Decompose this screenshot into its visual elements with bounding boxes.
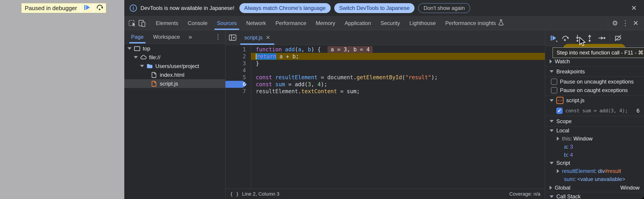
line-number[interactable]: 7 — [226, 88, 251, 95]
html-file-icon — [151, 72, 158, 78]
expand-arrow-icon[interactable] — [128, 47, 132, 50]
code-line-6-breakpoint: 6 const sum = add(3, 4); — [226, 81, 545, 88]
scope-entry-this[interactable]: this: Window — [545, 135, 644, 143]
resume-script-button[interactable] — [81, 3, 93, 13]
scope-local-header[interactable]: Local — [545, 126, 644, 135]
sidebar-tab-workspace[interactable]: Workspace — [152, 30, 181, 44]
breakpoint-entry-row[interactable]: const sum = add(3, 4); 6 — [545, 105, 644, 116]
breakpoints-section-header[interactable]: Breakpoints — [545, 67, 644, 77]
frame-icon — [134, 45, 140, 52]
panel-tabs: Elements Console Sources Network Perform… — [151, 16, 509, 30]
line-number[interactable]: 2 — [226, 53, 251, 60]
tab-console[interactable]: Console — [183, 16, 212, 30]
tab-performance[interactable]: Performance — [271, 16, 311, 30]
scope-entry-sum[interactable]: sum: <value unavailable> — [545, 175, 644, 183]
tab-network[interactable]: Network — [242, 16, 271, 30]
always-match-language-button[interactable]: Always match Chrome's language — [240, 3, 331, 13]
step-into-tooltip: Step into next function call - F11 - ⌘ ; — [552, 47, 644, 58]
breakpoint-file-group[interactable]: ‹› script.js — [545, 95, 644, 105]
tab-security[interactable]: Security — [376, 16, 405, 30]
sidebar-nav: Page Workspace » ⋮ — [124, 30, 225, 44]
line-number[interactable]: 3 — [226, 60, 251, 67]
sources-sidebar: Page Workspace » ⋮ top — [124, 30, 226, 199]
step-button[interactable] — [596, 33, 607, 44]
settings-gear-button[interactable]: ⚙ — [610, 16, 620, 30]
code-area[interactable]: 1 function add(a, b) {a = 3, b = 4 2 ret… — [226, 45, 545, 189]
mouse-cursor — [579, 37, 588, 48]
editor-tab-close-icon[interactable]: ✕ — [266, 35, 270, 41]
tab-memory[interactable]: Memory — [311, 16, 340, 30]
expand-arrow-icon — [550, 129, 554, 132]
line-number[interactable]: 4 — [226, 67, 251, 74]
pause-uncaught-exceptions-row[interactable]: Pause on uncaught exceptions — [545, 77, 644, 86]
call-stack-section-header[interactable]: Call Stack — [545, 192, 644, 199]
scope-entry-a[interactable]: a: 3 — [545, 143, 644, 151]
code-line-4: 4 — [226, 67, 545, 74]
selected-token: return — [257, 53, 276, 60]
expand-arrow-icon[interactable] — [557, 169, 559, 173]
info-icon: i — [130, 5, 137, 12]
pause-caught-exceptions-row[interactable]: Pause on caught exceptions — [545, 86, 644, 95]
code-line-2-paused: 2 return a + b; — [226, 53, 545, 60]
pretty-print-button[interactable]: { } — [230, 191, 239, 197]
tab-sources[interactable]: Sources — [212, 16, 242, 30]
expand-arrow-icon[interactable] — [140, 65, 144, 67]
line-number[interactable]: 5 — [226, 74, 251, 81]
tab-performance-insights[interactable]: Performance insights — [440, 16, 509, 30]
scope-entry-b[interactable]: b: 4 — [545, 151, 644, 159]
coverage-status: Coverage: n/a — [509, 191, 540, 197]
deactivate-breakpoints-button[interactable] — [613, 33, 624, 44]
step-over-button[interactable] — [560, 33, 571, 44]
debugger-toolbar — [545, 30, 644, 46]
debugger-panel: Step into next function call - F11 - ⌘ ;… — [545, 30, 644, 199]
tree-item-script-js[interactable]: script.js — [124, 79, 225, 88]
tree-item-file-origin[interactable]: file:// — [124, 53, 225, 62]
tree-item-top-frame[interactable]: top — [124, 44, 225, 53]
editor-tabstrip: script.js ✕ — [226, 30, 545, 45]
devtools-screenshot: Paused in debugger i DevTo — [0, 0, 644, 199]
sidebar-tab-page[interactable]: Page — [130, 30, 144, 44]
line-number[interactable]: 1 — [226, 46, 251, 53]
folder-icon — [146, 63, 153, 70]
dont-show-again-button[interactable]: Don't show again — [418, 3, 470, 13]
scope-script-header[interactable]: Script — [545, 159, 644, 167]
expand-arrow-icon[interactable] — [557, 137, 559, 141]
infobar-message: DevTools is now available in Japanese! — [140, 5, 234, 11]
step-over-banner-button[interactable] — [94, 3, 106, 13]
paused-banner-label: Paused in debugger — [22, 3, 80, 13]
tab-elements[interactable]: Elements — [151, 16, 183, 30]
tree-item-index-html[interactable]: index.html — [124, 70, 225, 79]
pause-uncaught-checkbox[interactable] — [551, 79, 557, 85]
tab-lighthouse[interactable]: Lighthouse — [404, 16, 440, 30]
sidebar-overflow-tabs-button[interactable]: » — [188, 30, 192, 44]
devtools-window: i DevTools is now available in Japanese!… — [124, 0, 644, 199]
expand-arrow-icon[interactable] — [134, 56, 138, 59]
switch-to-japanese-button[interactable]: Switch DevTools to Japanese — [334, 3, 415, 13]
editor-tab-script-js[interactable]: script.js ✕ — [240, 30, 275, 45]
device-toolbar-button[interactable] — [137, 16, 147, 30]
code-line-3: 3 } — [226, 60, 545, 67]
inspect-element-button[interactable] — [128, 16, 137, 30]
devtools-close-button[interactable]: ✕ — [630, 16, 641, 30]
breakpoint-enabled-checkbox[interactable] — [556, 108, 563, 114]
toggle-navigator-panel-button[interactable] — [226, 30, 240, 45]
expand-arrow-icon — [550, 195, 554, 198]
more-options-kebab-button[interactable]: ⋮ — [620, 16, 630, 30]
code-line-7: 7 resultElement.textContent = sum; — [226, 88, 545, 95]
expand-arrow-icon[interactable] — [550, 186, 552, 190]
debugger-sections: Watch Breakpoints Pause on uncaught exce… — [545, 46, 644, 199]
pause-caught-checkbox[interactable] — [551, 87, 557, 93]
sidebar-kebab-button[interactable]: ⋮ — [211, 30, 225, 44]
scope-section-header[interactable]: Scope — [545, 116, 644, 126]
resume-script-execution-button[interactable] — [548, 33, 558, 44]
inline-variable-values-badge: a = 3, b = 4 — [328, 46, 373, 53]
tree-item-project-folder[interactable]: Users/user/project — [124, 62, 225, 70]
source-editor: script.js ✕ 1 function add(a, b) {a = 3,… — [226, 30, 545, 199]
infobar-close-button[interactable]: ✕ — [630, 4, 638, 12]
tab-application[interactable]: Application — [340, 16, 376, 30]
scope-entry-result-element[interactable]: resultElement: div#result — [545, 167, 644, 175]
file-tree: top file:// — [124, 44, 225, 199]
expand-arrow-icon — [550, 162, 554, 164]
line-number[interactable]: 6 — [226, 81, 251, 88]
scope-global-row[interactable]: Global Window — [545, 183, 644, 192]
